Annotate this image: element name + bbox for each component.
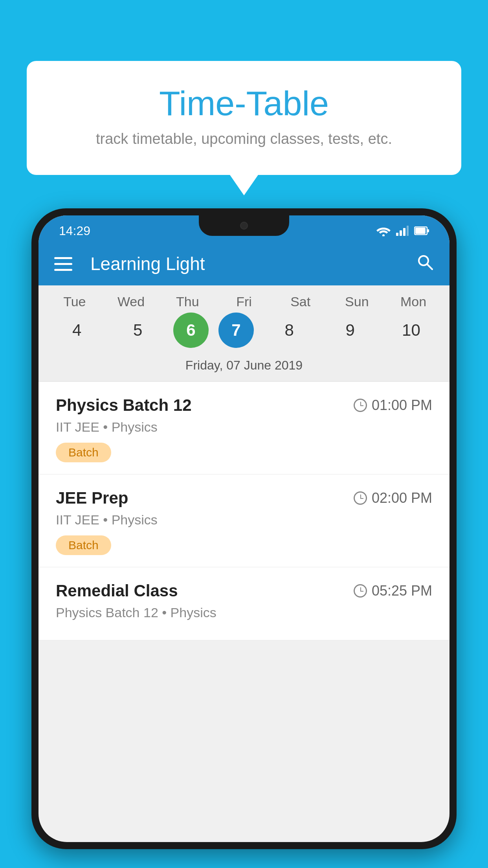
svg-rect-2: [400, 230, 402, 236]
camera-dot: [240, 222, 248, 230]
app-bar: Learning Light: [39, 242, 449, 285]
day-num-5[interactable]: 5: [112, 313, 163, 348]
app-title: Learning Light: [90, 253, 402, 274]
day-label-sun: Sun: [331, 294, 382, 309]
bubble-title: Time-Table: [46, 85, 442, 123]
phone-screen: 14:29: [39, 215, 449, 842]
phone-outer: 14:29: [31, 208, 457, 849]
phone-notch: [199, 215, 289, 236]
schedule-subtitle-2: IIT JEE • Physics: [56, 512, 432, 528]
signal-icon: [396, 226, 409, 236]
schedule-subtitle-1: IIT JEE • Physics: [56, 419, 432, 435]
clock-icon-1: [354, 399, 367, 412]
day-num-10[interactable]: 10: [385, 313, 437, 348]
wifi-icon: [376, 225, 391, 236]
schedule-item-header-2: JEE Prep 02:00 PM: [56, 489, 432, 508]
day-num-9[interactable]: 9: [325, 313, 376, 348]
svg-point-0: [382, 234, 385, 236]
day-headers: Tue Wed Thu Fri Sat Sun Mon: [39, 294, 449, 309]
day-numbers: 4 5 6 7 8 9 10: [39, 313, 449, 348]
day-num-4[interactable]: 4: [51, 313, 103, 348]
svg-rect-1: [396, 233, 398, 236]
schedule-time-1: 01:00 PM: [354, 397, 432, 414]
phone-mockup: 14:29: [31, 208, 457, 868]
day-label-tue: Tue: [49, 294, 100, 309]
status-time: 14:29: [59, 224, 90, 238]
search-icon[interactable]: [416, 253, 434, 275]
schedule-list: Physics Batch 12 01:00 PM IIT JEE • Phys…: [39, 382, 449, 640]
schedule-subtitle-3: Physics Batch 12 • Physics: [56, 605, 432, 620]
day-num-7[interactable]: 7: [218, 313, 254, 348]
day-label-mon: Mon: [388, 294, 439, 309]
schedule-item-2[interactable]: JEE Prep 02:00 PM IIT JEE • Physics Batc…: [39, 474, 449, 567]
day-label-wed: Wed: [106, 294, 157, 309]
svg-line-9: [427, 264, 432, 269]
bubble-subtitle: track timetable, upcoming classes, tests…: [46, 131, 442, 147]
day-label-sat: Sat: [275, 294, 326, 309]
schedule-item-header-1: Physics Batch 12 01:00 PM: [56, 396, 432, 415]
schedule-time-text-2: 02:00 PM: [372, 490, 432, 506]
calendar-strip: Tue Wed Thu Fri Sat Sun Mon 4 5 6 7 8 9 …: [39, 285, 449, 382]
svg-rect-7: [427, 229, 429, 232]
day-label-thu: Thu: [162, 294, 213, 309]
schedule-item-header-3: Remedial Class 05:25 PM: [56, 581, 432, 600]
day-num-6[interactable]: 6: [173, 313, 209, 348]
clock-icon-3: [354, 584, 367, 598]
day-num-8[interactable]: 8: [264, 313, 315, 348]
speech-bubble-container: Time-Table track timetable, upcoming cla…: [27, 61, 461, 175]
schedule-time-3: 05:25 PM: [354, 583, 432, 599]
schedule-title-2: JEE Prep: [56, 489, 128, 508]
speech-bubble: Time-Table track timetable, upcoming cla…: [27, 61, 461, 175]
schedule-title-1: Physics Batch 12: [56, 396, 192, 415]
batch-badge-1: Batch: [56, 443, 111, 462]
clock-icon-2: [354, 491, 367, 505]
svg-rect-6: [415, 228, 426, 234]
day-label-fri: Fri: [218, 294, 270, 309]
schedule-item-3[interactable]: Remedial Class 05:25 PM Physics Batch 12…: [39, 567, 449, 640]
battery-icon: [414, 226, 429, 235]
status-icons: [376, 225, 429, 236]
schedule-time-2: 02:00 PM: [354, 490, 432, 506]
svg-rect-4: [407, 226, 409, 236]
hamburger-menu-icon[interactable]: [54, 257, 72, 271]
batch-badge-2: Batch: [56, 535, 111, 555]
selected-date-label: Friday, 07 June 2019: [39, 353, 449, 382]
schedule-item-1[interactable]: Physics Batch 12 01:00 PM IIT JEE • Phys…: [39, 382, 449, 474]
schedule-time-text-1: 01:00 PM: [372, 397, 432, 414]
svg-rect-3: [403, 228, 405, 236]
schedule-title-3: Remedial Class: [56, 581, 178, 600]
schedule-time-text-3: 05:25 PM: [372, 583, 432, 599]
